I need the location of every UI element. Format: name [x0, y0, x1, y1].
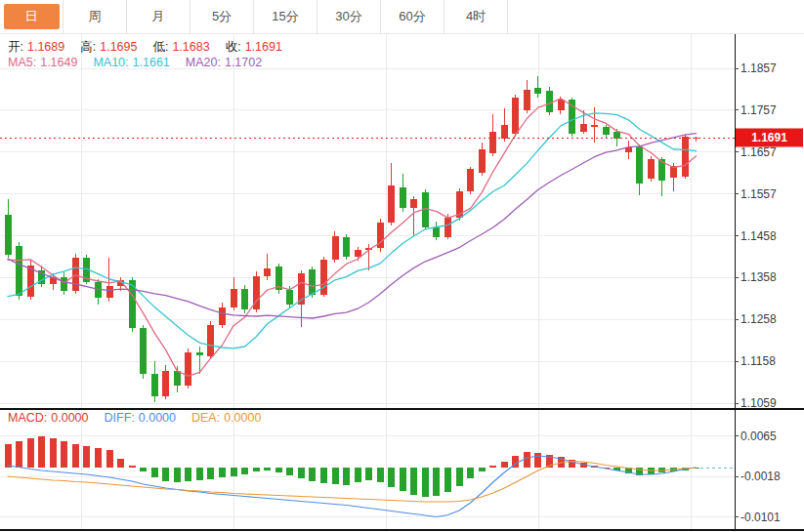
price-tick-label: 1.1258 — [741, 312, 777, 326]
macd-bar-positive — [61, 441, 67, 469]
tab-period-0[interactable]: 日 — [0, 0, 63, 33]
macd-bar-negative — [174, 468, 181, 482]
candle-body-up — [580, 124, 587, 132]
readout-label: 低: — [152, 40, 168, 54]
candle-body-down — [534, 88, 541, 94]
tab-label: 15分 — [258, 4, 314, 29]
tab-period-1[interactable]: 周 — [63, 0, 127, 33]
tabbar-underline — [0, 33, 804, 34]
macd-bar-negative — [275, 468, 282, 472]
macd-readout: MACD:0.0000DIFF:0.0000DEA:0.0000 — [8, 411, 276, 425]
candle-body-up — [648, 159, 655, 179]
tab-label: 日 — [4, 4, 60, 29]
tab-period-5[interactable]: 30分 — [317, 0, 381, 33]
macd-bar-negative — [140, 468, 147, 471]
price-tick-label: 1.1158 — [741, 354, 776, 368]
readout-item: MA10:1.1661 — [93, 56, 173, 69]
candle-body-up — [489, 132, 496, 153]
macd-bar-negative — [219, 468, 226, 477]
readout-item: DEA:0.0000 — [191, 411, 265, 425]
candle-body-up — [162, 371, 169, 396]
price-tick-label: 1.1757 — [741, 103, 777, 117]
trading-chart-app: 日周月5分15分30分60分4时 开:1.1689高:1.1695低:1.168… — [0, 0, 804, 532]
macd-bar-positive — [50, 438, 57, 468]
readout-item: 高:1.1695 — [80, 40, 141, 54]
candle-body-up — [479, 149, 486, 173]
readout-label: 高: — [80, 40, 96, 54]
candle-body-down — [16, 246, 22, 296]
macd-tick-label: -0.0018 — [741, 470, 781, 483]
macd-bar-negative — [298, 468, 305, 478]
macd-bar-negative — [343, 468, 350, 485]
ma5-line — [8, 99, 697, 376]
readout-value: 1.1683 — [172, 40, 209, 54]
candle-body-up — [231, 289, 237, 307]
candle-body-up — [106, 286, 113, 298]
candle-body-down — [546, 91, 553, 112]
readout-label: 收: — [226, 40, 241, 54]
readout-value: 1.1689 — [27, 40, 64, 54]
macd-bar-negative — [320, 468, 327, 483]
macd-bar-negative — [241, 468, 248, 474]
macd-bar-negative — [400, 468, 406, 491]
macd-bar-negative — [286, 468, 293, 475]
candle-body-up — [591, 125, 598, 127]
tab-period-7[interactable]: 4时 — [444, 0, 508, 33]
macd-bar-negative — [444, 468, 451, 492]
period-tabbar: 日周月5分15分30分60分4时 — [0, 0, 508, 33]
candle-body-down — [140, 328, 147, 374]
readout-value: 1.1702 — [225, 56, 262, 69]
ma10-line — [8, 113, 697, 348]
candle-body-up — [512, 98, 519, 134]
readout-label: MACD: — [8, 411, 47, 425]
candle-body-down — [343, 237, 350, 257]
candle-body-up — [355, 250, 361, 257]
candle-body-down — [286, 290, 293, 304]
macd-bar-positive — [106, 450, 113, 468]
macd-bar-positive — [72, 444, 79, 469]
tab-period-4[interactable]: 15分 — [254, 0, 317, 33]
macd-bar-negative — [355, 468, 361, 482]
readout-label: MA20: — [186, 56, 221, 69]
tab-period-6[interactable]: 60分 — [381, 0, 444, 33]
readout-label: MA5: — [8, 56, 36, 69]
candle-body-down — [151, 374, 158, 396]
macd-bar-positive — [489, 466, 496, 468]
price-tick-label: 1.1059 — [741, 396, 777, 410]
candle-body-down — [196, 352, 203, 355]
macd-bar-negative — [332, 468, 339, 484]
readout-value: 0.0000 — [51, 411, 88, 425]
macd-bar-negative — [410, 468, 417, 495]
readout-item: 收:1.1691 — [226, 40, 286, 54]
macd-bar-positive — [5, 444, 12, 468]
macd-bar-negative — [196, 468, 203, 480]
readout-label: 开: — [8, 40, 23, 54]
candle-body-up — [410, 199, 417, 208]
price-tick-label: 1.1458 — [741, 229, 777, 243]
macd-bar-negative — [253, 468, 260, 471]
readout-label: MA10: — [93, 56, 128, 69]
readout-item: 低:1.1683 — [152, 40, 213, 54]
candle-body-down — [400, 187, 406, 208]
candle-body-down — [614, 132, 620, 139]
candle-body-up — [467, 169, 474, 190]
readout-item: MACD:0.0000 — [8, 411, 93, 425]
candle-body-down — [433, 227, 440, 237]
candle-body-up — [264, 268, 271, 276]
tab-period-2[interactable]: 月 — [127, 0, 190, 33]
tab-label: 4时 — [448, 4, 504, 29]
readout-value: 1.1695 — [100, 40, 137, 54]
candle-body-down — [309, 269, 316, 295]
macd-bar-negative — [467, 468, 474, 478]
readout-label: DIFF: — [105, 411, 135, 425]
candle-body-up — [219, 307, 226, 326]
readout-item: DIFF:0.0000 — [105, 411, 180, 425]
ma20-line — [8, 134, 697, 318]
candle-body-down — [61, 277, 67, 292]
readout-value: 1.1649 — [40, 56, 77, 69]
tab-period-3[interactable]: 5分 — [190, 0, 254, 33]
macd-bar-positive — [95, 448, 102, 468]
candle-body-down — [636, 146, 643, 184]
ohlc-readout: 开:1.1689高:1.1695低:1.1683收:1.1691 — [8, 39, 298, 56]
candle-body-up — [185, 352, 191, 386]
